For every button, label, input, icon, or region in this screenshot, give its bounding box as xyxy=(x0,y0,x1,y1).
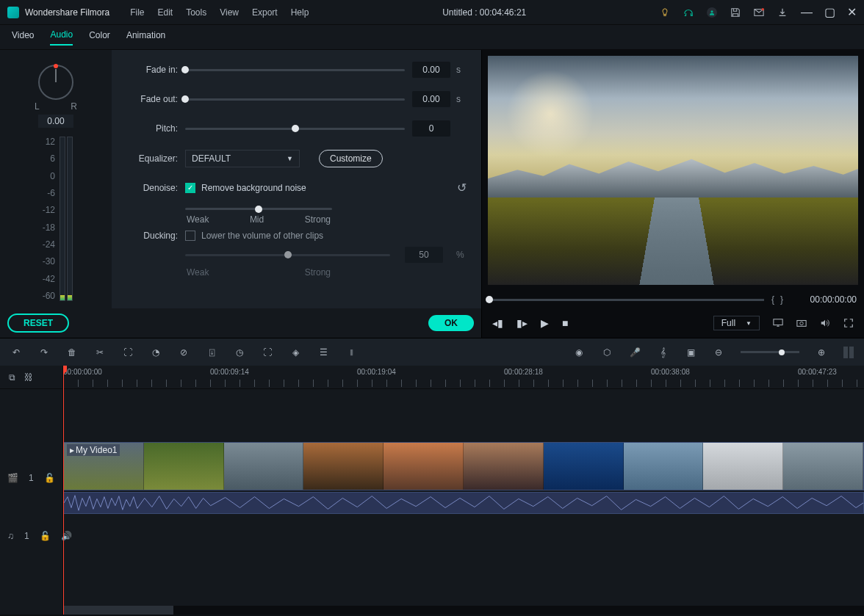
lock-icon[interactable]: 🔓 xyxy=(44,473,55,483)
zoom-slider[interactable] xyxy=(741,351,799,353)
chevron-down-icon: ▼ xyxy=(287,155,293,162)
freeze-icon[interactable]: ⊘ xyxy=(178,347,190,358)
ducking-slider[interactable] xyxy=(185,254,390,256)
menu-help[interactable]: Help xyxy=(291,7,309,18)
menu-view[interactable]: View xyxy=(220,7,239,18)
timeline-hscroll[interactable] xyxy=(63,606,864,615)
volume-icon[interactable] xyxy=(820,318,830,328)
pitch-label: Pitch: xyxy=(119,123,178,134)
link-icon[interactable]: ⛓ xyxy=(24,372,33,383)
marker-icon[interactable]: ⬡ xyxy=(601,347,613,358)
prev-frame-button[interactable]: ◂▮ xyxy=(492,317,503,329)
split-icon[interactable]: ✂ xyxy=(94,347,106,358)
customize-button[interactable]: Customize xyxy=(319,150,383,167)
redo-icon[interactable]: ↷ xyxy=(38,347,50,358)
audio-panel: L R 0.00 12 6 0 -6 -12 -18 -24 -30 -42 -… xyxy=(0,50,481,338)
timeline-ruler[interactable]: 00:00:00:00 00:00:09:14 00:00:19:04 00:0… xyxy=(63,366,864,389)
play-button[interactable]: ▶ xyxy=(541,317,549,329)
ok-button[interactable]: OK xyxy=(428,315,474,331)
svg-point-5 xyxy=(800,322,803,325)
undo-icon[interactable]: ↶ xyxy=(10,347,22,358)
dial-value: 0.00 xyxy=(38,115,73,128)
fade-in-slider[interactable] xyxy=(185,69,405,71)
snapshot-icon[interactable] xyxy=(796,318,807,328)
tab-audio[interactable]: Audio xyxy=(50,29,73,46)
ducking-label: Ducking: xyxy=(119,231,178,241)
menu-edit[interactable]: Edit xyxy=(158,7,173,18)
tab-color[interactable]: Color xyxy=(89,30,110,45)
denoise-slider[interactable] xyxy=(185,208,332,210)
mail-icon[interactable] xyxy=(754,7,764,18)
fade-out-value[interactable]: 0.00 xyxy=(412,91,450,107)
ducking-checkbox[interactable] xyxy=(185,231,195,241)
mark-out-icon[interactable]: } xyxy=(780,294,783,305)
lightbulb-icon[interactable] xyxy=(660,7,670,18)
render-icon[interactable]: ◉ xyxy=(573,347,585,358)
maximize-button[interactable]: ▢ xyxy=(824,7,835,18)
stop-button[interactable]: ■ xyxy=(562,317,568,329)
pitch-value[interactable]: 0 xyxy=(412,120,450,137)
denoise-label: Denoise: xyxy=(119,183,178,193)
quality-select[interactable]: Full ▼ xyxy=(713,316,760,330)
frame-icon[interactable]: ▣ xyxy=(685,347,696,358)
fullscreen-icon[interactable] xyxy=(843,318,854,328)
audio-clip[interactable] xyxy=(63,492,864,514)
keyframe-icon[interactable]: ◈ xyxy=(289,347,301,358)
close-button[interactable]: ✕ xyxy=(847,7,857,18)
save-icon[interactable] xyxy=(730,7,741,18)
mark-in-icon[interactable]: { xyxy=(771,294,774,305)
app-logo-icon xyxy=(7,7,19,18)
download-icon[interactable] xyxy=(777,7,788,18)
ducking-value[interactable]: 50 xyxy=(405,247,443,263)
app-name: Wondershare Filmora xyxy=(25,7,109,18)
minimize-button[interactable]: — xyxy=(801,7,813,18)
zoom-in-icon[interactable]: ⊕ xyxy=(816,347,827,358)
audio-beat-icon[interactable]: ⦀ xyxy=(345,347,357,358)
track-manage-icon[interactable]: ⧉ xyxy=(9,372,15,383)
record-vo-icon[interactable]: 🎤 xyxy=(629,347,641,358)
denoise-reset-icon[interactable]: ↺ xyxy=(457,181,467,195)
svg-rect-3 xyxy=(774,319,782,325)
crop-icon[interactable]: ⛶ xyxy=(122,347,134,358)
track-size-icon[interactable] xyxy=(843,347,854,358)
preview-timecode: 00:00:00:00 xyxy=(791,294,857,305)
preview-progress[interactable] xyxy=(489,299,764,301)
vu-bar-left xyxy=(60,137,65,301)
pitch-slider[interactable] xyxy=(185,128,405,130)
equalizer-select[interactable]: DEFAULT ▼ xyxy=(185,150,300,167)
reset-button[interactable]: RESET xyxy=(7,314,69,333)
detach-icon[interactable]: ⛶ xyxy=(262,347,273,358)
main-menu: File Edit Tools View Export Help xyxy=(130,7,309,18)
step-forward-button[interactable]: ▮▸ xyxy=(516,317,528,329)
duration-icon[interactable]: ◷ xyxy=(234,347,245,358)
editor-tabs: Video Audio Color Animation xyxy=(0,25,864,50)
ducking-text: Lower the volume of other clips xyxy=(201,231,323,241)
fade-out-slider[interactable] xyxy=(185,98,405,101)
menu-file[interactable]: File xyxy=(130,7,144,18)
mixer-icon[interactable]: 𝄞 xyxy=(657,347,669,358)
delete-icon[interactable]: 🗑 xyxy=(66,347,78,358)
marker-down-icon[interactable]: ⍗ xyxy=(206,347,217,358)
video-track-num: 1 xyxy=(29,473,34,483)
tab-video[interactable]: Video xyxy=(12,30,34,45)
settings-icon[interactable]: ☰ xyxy=(317,347,329,358)
preview-viewport xyxy=(488,56,858,285)
denoise-checkbox[interactable] xyxy=(185,183,195,193)
audio-track-icon: ♫ xyxy=(7,531,14,541)
denoise-text: Remove background noise xyxy=(201,183,306,193)
menu-export[interactable]: Export xyxy=(252,7,278,18)
tab-animation[interactable]: Animation xyxy=(126,30,165,45)
display-icon[interactable] xyxy=(773,318,783,328)
zoom-out-icon[interactable]: ⊖ xyxy=(713,347,724,358)
svg-point-0 xyxy=(710,10,713,12)
speed-icon[interactable]: ◔ xyxy=(150,347,162,358)
headphones-icon[interactable] xyxy=(683,7,694,18)
video-clip[interactable]: ▸My Video1 xyxy=(63,442,864,490)
lock-icon[interactable]: 🔓 xyxy=(40,531,51,541)
svg-point-2 xyxy=(762,7,765,10)
playhead[interactable] xyxy=(63,366,64,615)
menu-tools[interactable]: Tools xyxy=(186,7,206,18)
user-icon[interactable] xyxy=(707,7,717,18)
fade-in-value[interactable]: 0.00 xyxy=(412,62,450,78)
pan-dial[interactable] xyxy=(38,65,73,100)
